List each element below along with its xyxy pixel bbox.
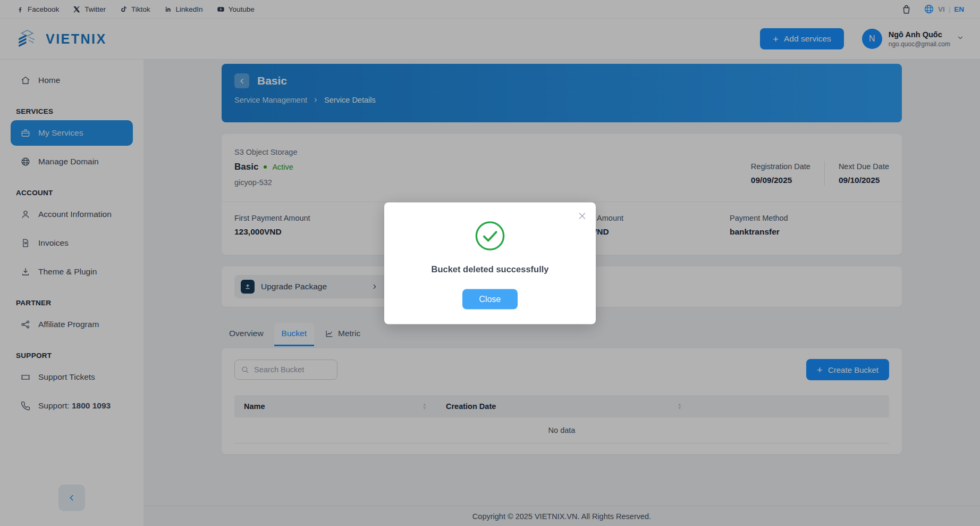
modal-message: Bucket deleted successfully <box>401 264 579 274</box>
success-modal: Bucket deleted successfully Close <box>384 202 596 324</box>
modal-close-button[interactable] <box>573 207 590 224</box>
modal-close-action-button[interactable]: Close <box>462 289 518 309</box>
success-check-icon <box>401 220 579 251</box>
close-icon <box>578 212 587 221</box>
